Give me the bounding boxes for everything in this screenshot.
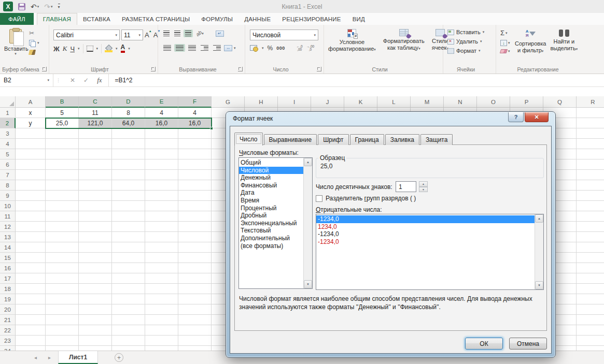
cell-A22[interactable] xyxy=(16,325,46,336)
cell-R10[interactable] xyxy=(577,201,604,211)
name-box-dropdown-icon[interactable]: ▾ xyxy=(47,78,49,82)
cell-A10[interactable] xyxy=(16,201,46,211)
cell-A5[interactable] xyxy=(16,149,46,159)
cell-R11[interactable] xyxy=(577,211,604,222)
negatives-scrollbar[interactable]: ▲ ▼ xyxy=(535,214,543,289)
spinner-up-icon[interactable]: ▲ xyxy=(419,181,428,187)
select-all-corner[interactable] xyxy=(0,96,16,108)
column-header-F[interactable]: F xyxy=(178,96,212,108)
cell-D9[interactable] xyxy=(112,191,145,201)
cell-D14[interactable] xyxy=(112,242,145,253)
column-header-H[interactable]: H xyxy=(245,96,278,108)
cell-B19[interactable] xyxy=(46,294,79,304)
cell-F24[interactable] xyxy=(178,346,212,351)
cell-E15[interactable] xyxy=(145,253,178,263)
fill-button[interactable]: ↓▾ xyxy=(500,40,510,46)
copy-dropdown-icon[interactable]: ▾ xyxy=(37,41,39,45)
align-bottom-button[interactable] xyxy=(184,30,193,37)
column-header-C[interactable]: C xyxy=(79,96,112,108)
row-header-9[interactable]: 9 xyxy=(0,191,16,201)
cell-B14[interactable] xyxy=(46,242,79,253)
cell-E9[interactable] xyxy=(145,191,178,201)
row-header-3[interactable]: 3 xyxy=(0,128,16,139)
row-header-22[interactable]: 22 xyxy=(0,325,16,336)
cell-R6[interactable] xyxy=(577,159,604,170)
cell-B21[interactable] xyxy=(46,315,79,325)
scroll-down-icon[interactable]: ▼ xyxy=(304,280,312,288)
cell-R5[interactable] xyxy=(577,149,604,159)
sort-filter-button[interactable]: АЯ Сортировка и фильтр▾ xyxy=(515,28,546,54)
cell-A13[interactable] xyxy=(16,232,46,242)
column-header-K[interactable]: K xyxy=(344,96,377,108)
sheet-nav-right-icon[interactable]: ▸ xyxy=(48,355,51,360)
format-painter-icon[interactable] xyxy=(29,50,36,55)
cell-B23[interactable] xyxy=(46,336,79,346)
cell-D21[interactable] xyxy=(112,315,145,325)
cell-E22[interactable] xyxy=(145,325,178,336)
insert-function-icon[interactable]: fx xyxy=(97,76,102,84)
dialog-tab-4[interactable]: Заливка xyxy=(385,134,419,145)
underline-dropdown-icon[interactable]: ▾ xyxy=(78,47,80,51)
cell-D5[interactable] xyxy=(112,149,145,159)
cell-R3[interactable] xyxy=(577,128,604,139)
format-as-table-button[interactable]: Форматировать как таблицу▾ xyxy=(381,28,427,54)
ribbon-tab-1[interactable]: ГЛАВНАЯ xyxy=(37,13,77,25)
align-top-button[interactable] xyxy=(162,30,171,37)
cell-E2[interactable]: 16,0 xyxy=(145,118,178,128)
cell-C1[interactable]: 11 xyxy=(79,108,112,118)
format-list-item-6[interactable]: Процентный xyxy=(239,205,303,212)
cell-F1[interactable]: 4 xyxy=(178,108,212,118)
formats-scrollbar[interactable]: ▲ ▼ xyxy=(303,158,312,288)
cell-C7[interactable] xyxy=(79,170,112,180)
increase-font-icon[interactable]: А▲ xyxy=(145,31,152,39)
formula-bar-grip[interactable]: ⋮ xyxy=(53,78,64,83)
row-header-4[interactable]: 4 xyxy=(0,139,16,149)
cell-E13[interactable] xyxy=(145,232,178,242)
cell-C22[interactable] xyxy=(79,325,112,336)
cell-E1[interactable]: 4 xyxy=(145,108,178,118)
increase-indent-icon[interactable] xyxy=(212,44,222,52)
format-list-item-1[interactable]: Числовой xyxy=(239,167,303,174)
column-header-J[interactable]: J xyxy=(311,96,344,108)
confirm-entry-icon[interactable]: ✓ xyxy=(83,77,89,84)
cell-F5[interactable] xyxy=(178,149,212,159)
cell-B16[interactable] xyxy=(46,263,79,273)
cell-A18[interactable] xyxy=(16,284,46,294)
find-select-button[interactable]: Найти и выделить▾ xyxy=(550,28,578,54)
cell-D17[interactable] xyxy=(112,273,145,284)
fill-color-icon[interactable] xyxy=(105,46,113,52)
cell-B12[interactable] xyxy=(46,222,79,232)
cell-D18[interactable] xyxy=(112,284,145,294)
cell-E24[interactable] xyxy=(145,346,178,351)
cell-D16[interactable] xyxy=(112,263,145,273)
column-header-O[interactable]: O xyxy=(477,96,510,108)
cell-F23[interactable] xyxy=(178,336,212,346)
column-header-R[interactable]: R xyxy=(577,96,604,108)
percent-style-button[interactable]: % xyxy=(268,45,273,52)
spinner-down-icon[interactable]: ▼ xyxy=(419,187,428,193)
cell-D11[interactable] xyxy=(112,211,145,222)
cell-D2[interactable]: 64,0 xyxy=(112,118,145,128)
cell-A3[interactable] xyxy=(16,128,46,139)
scroll-up-icon[interactable]: ▲ xyxy=(304,158,312,166)
cell-B22[interactable] xyxy=(46,325,79,336)
cut-icon[interactable]: ✂ xyxy=(29,30,39,36)
cell-F14[interactable] xyxy=(178,242,212,253)
italic-button[interactable]: К xyxy=(63,45,67,53)
comma-style-button[interactable]: 000 xyxy=(276,46,285,51)
formula-input[interactable]: =B1^2 xyxy=(109,77,133,84)
column-header-D[interactable]: D xyxy=(112,96,145,108)
cell-A12[interactable] xyxy=(16,222,46,232)
cell-A21[interactable] xyxy=(16,315,46,325)
cell-F3[interactable] xyxy=(178,128,212,139)
cell-E21[interactable] xyxy=(145,315,178,325)
cell-D1[interactable]: 8 xyxy=(112,108,145,118)
row-header-7[interactable]: 7 xyxy=(0,170,16,180)
delete-cells-button[interactable]: Удалить▾ xyxy=(447,38,484,45)
cell-F20[interactable] xyxy=(178,304,212,315)
cell-D12[interactable] xyxy=(112,222,145,232)
row-header-1[interactable]: 1 xyxy=(0,108,16,118)
cancel-entry-icon[interactable]: ✕ xyxy=(70,77,75,84)
cell-B9[interactable] xyxy=(46,191,79,201)
format-list-item-0[interactable]: Общий xyxy=(239,159,303,167)
